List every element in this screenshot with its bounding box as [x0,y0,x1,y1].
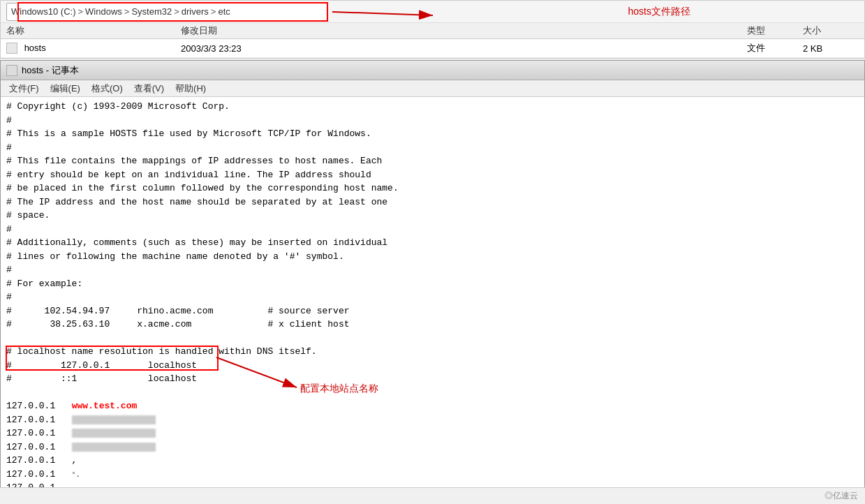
file-name-cell: hosts [6,43,181,54]
menu-file[interactable]: 文件(F) [3,81,45,96]
file-explorer: Windows10 (C:) > Windows > System32 > dr… [0,0,865,59]
col-name: 名称 [6,24,181,37]
file-type: 文件 [747,42,803,54]
notepad-icon [6,65,17,76]
breadcrumb-sep-3: > [211,6,216,17]
col-modified: 修改日期 [181,24,747,37]
notepad-content-area[interactable]: # Copyright (c) 1993-2009 Microsoft Corp… [1,97,864,504]
menu-help[interactable]: 帮助(H) [170,81,212,96]
breadcrumb-bar[interactable]: Windows10 (C:) > Windows > System32 > dr… [6,3,327,21]
file-modified: 2003/3/3 23:23 [181,43,747,54]
bottom-bar: ◎亿速云 [0,487,865,504]
explorer-column-headers: 名称 修改日期 类型 大小 [1,23,864,39]
breadcrumb-sep-2: > [174,6,179,17]
menu-format[interactable]: 格式(O) [86,81,128,96]
breadcrumb-sep-0: > [77,6,83,17]
breadcrumb-part-4: etc [218,6,230,17]
file-name: hosts [24,43,46,53]
col-type: 类型 [747,24,803,37]
breadcrumb-part-0: Windows10 (C:) [11,6,75,17]
breadcrumb-sep-1: > [124,6,130,17]
menu-edit[interactable]: 编辑(E) [45,81,86,96]
file-icon [6,43,17,54]
file-row-hosts[interactable]: hosts 2003/3/3 23:23 文件 2 KB [1,39,864,58]
yiyunyun-logo: ◎亿速云 [825,490,858,502]
notepad-titlebar: hosts - 记事本 [1,61,864,80]
breadcrumb-part-2: System32 [131,6,172,17]
notepad-title: hosts - 记事本 [22,64,79,77]
notepad-window: hosts - 记事本 文件(F) 编辑(E) 格式(O) 查看(V) 帮助(H… [0,60,865,504]
notepad-menu: 文件(F) 编辑(E) 格式(O) 查看(V) 帮助(H) [1,80,864,97]
breadcrumb-part-3: drivers [182,6,209,17]
explorer-toolbar: Windows10 (C:) > Windows > System32 > dr… [1,1,864,23]
breadcrumb-part-1: Windows [85,6,122,17]
file-size: 2 KB [803,43,859,54]
menu-view[interactable]: 查看(V) [128,81,170,96]
col-size: 大小 [803,24,859,37]
